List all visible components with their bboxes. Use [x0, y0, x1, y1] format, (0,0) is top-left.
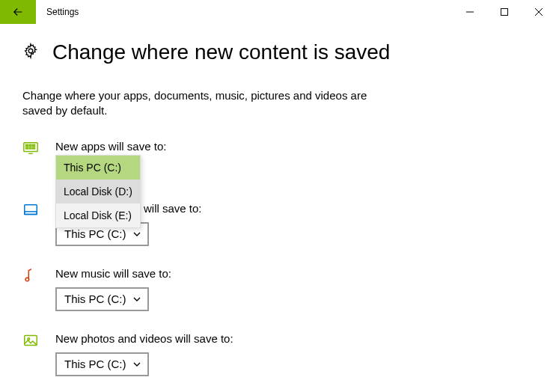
page-header: Change where new content is saved	[22, 40, 534, 64]
minimize-icon	[466, 8, 474, 16]
section-apps: New apps will save to: This PC (C:) Loca…	[22, 140, 534, 160]
back-arrow-icon	[11, 5, 25, 19]
dropdown-option[interactable]: This PC (C:)	[56, 156, 140, 180]
content: Change where new content is saved Change…	[0, 24, 556, 376]
documents-icon	[22, 202, 39, 218]
back-button[interactable]	[0, 0, 36, 24]
close-icon	[535, 8, 543, 16]
svg-point-1	[28, 49, 33, 53]
music-label: New music will save to:	[55, 267, 534, 280]
section-photos: New photos and videos will save to: This…	[22, 332, 534, 376]
music-icon	[22, 267, 39, 284]
gear-icon	[22, 43, 39, 62]
chevron-down-icon	[132, 360, 141, 369]
page-description: Change where your apps, documents, music…	[22, 88, 382, 119]
chevron-down-icon	[132, 230, 141, 239]
svg-rect-4	[29, 144, 31, 146]
apps-icon	[22, 140, 39, 156]
photos-icon	[22, 332, 39, 349]
section-music: New music will save to: This PC (C:)	[22, 267, 534, 311]
svg-rect-9	[25, 204, 37, 214]
svg-rect-7	[29, 147, 31, 149]
svg-rect-6	[26, 147, 28, 149]
svg-rect-8	[33, 147, 35, 149]
chevron-down-icon	[132, 295, 141, 304]
svg-point-11	[25, 278, 29, 281]
svg-rect-3	[26, 144, 28, 146]
svg-rect-0	[501, 9, 508, 16]
music-dropdown[interactable]: This PC (C:)	[55, 287, 149, 311]
dropdown-value: This PC (C:)	[64, 358, 126, 370]
page-title: Change where new content is saved	[52, 40, 390, 64]
photos-dropdown[interactable]: This PC (C:)	[55, 352, 149, 376]
svg-rect-10	[25, 211, 37, 214]
titlebar: Settings	[0, 0, 556, 24]
window-title: Settings	[36, 0, 79, 24]
dropdown-option[interactable]: Local Disk (D:)	[56, 180, 140, 203]
close-button[interactable]	[522, 0, 556, 24]
dropdown-option[interactable]: Local Disk (E:)	[56, 203, 140, 227]
maximize-icon	[501, 8, 508, 16]
dropdown-value: This PC (C:)	[64, 227, 126, 240]
svg-rect-5	[33, 144, 35, 146]
apps-label: New apps will save to:	[55, 140, 534, 153]
minimize-button[interactable]	[453, 0, 487, 24]
dropdown-value: This PC (C:)	[64, 293, 126, 305]
photos-label: New photos and videos will save to:	[55, 332, 534, 345]
maximize-button[interactable]	[487, 0, 522, 24]
apps-dropdown-menu: This PC (C:) Local Disk (D:) Local Disk …	[55, 155, 141, 228]
